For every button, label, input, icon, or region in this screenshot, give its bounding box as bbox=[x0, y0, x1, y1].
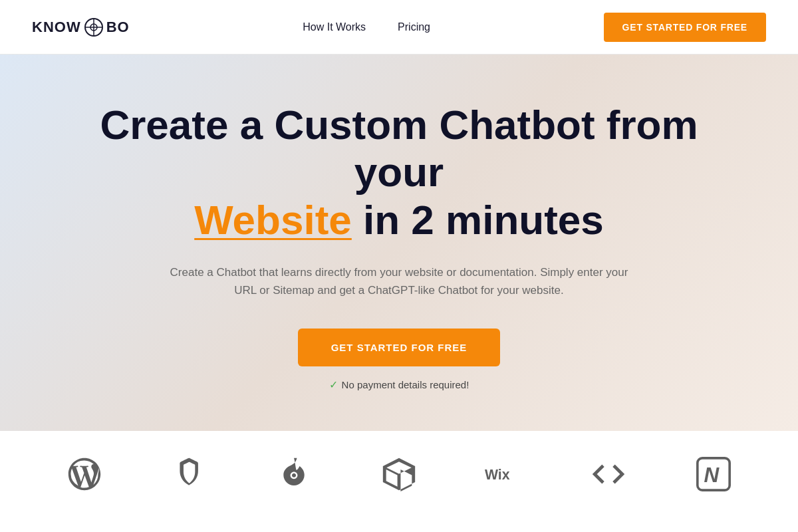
header-cta-button[interactable]: GET STARTED FOR FREE bbox=[604, 13, 766, 42]
logo-nextjs: N bbox=[694, 455, 733, 493]
nav-how-it-works[interactable]: How It Works bbox=[303, 21, 366, 33]
site-header: KNOW BO How It Works Pricing GET STARTED… bbox=[0, 0, 798, 55]
hero-cta-button[interactable]: GET STARTED FOR FREE bbox=[298, 329, 501, 366]
hero-subtitle: Create a Chatbot that learns directly fr… bbox=[160, 263, 638, 299]
no-payment-text: No payment details required! bbox=[342, 379, 469, 390]
logo[interactable]: KNOW BO bbox=[32, 17, 130, 37]
hero-title: Create a Custom Chatbot from your Websit… bbox=[100, 101, 698, 243]
hero-title-part1: Create a Custom Chatbot from your bbox=[100, 102, 698, 195]
hero-title-highlight: Website bbox=[194, 197, 352, 243]
nav-pricing[interactable]: Pricing bbox=[398, 21, 430, 33]
logos-section: Wix N bbox=[0, 431, 798, 517]
logo-squarespace bbox=[380, 455, 418, 493]
logo-wix: Wix bbox=[485, 455, 523, 493]
no-payment-notice: ✓ No payment details required! bbox=[329, 378, 469, 391]
logo-wordpress bbox=[65, 455, 104, 493]
checkmark-icon: ✓ bbox=[329, 378, 338, 391]
svg-text:N: N bbox=[704, 464, 720, 487]
logo-typo3 bbox=[170, 455, 209, 493]
svg-text:Wix: Wix bbox=[485, 467, 510, 483]
main-nav: How It Works Pricing bbox=[303, 21, 430, 33]
logo-devcode bbox=[589, 455, 628, 493]
logo-drupal bbox=[275, 455, 313, 493]
hero-section: Create a Custom Chatbot from your Websit… bbox=[0, 55, 798, 431]
hero-title-part2: in 2 minutes bbox=[352, 197, 604, 243]
